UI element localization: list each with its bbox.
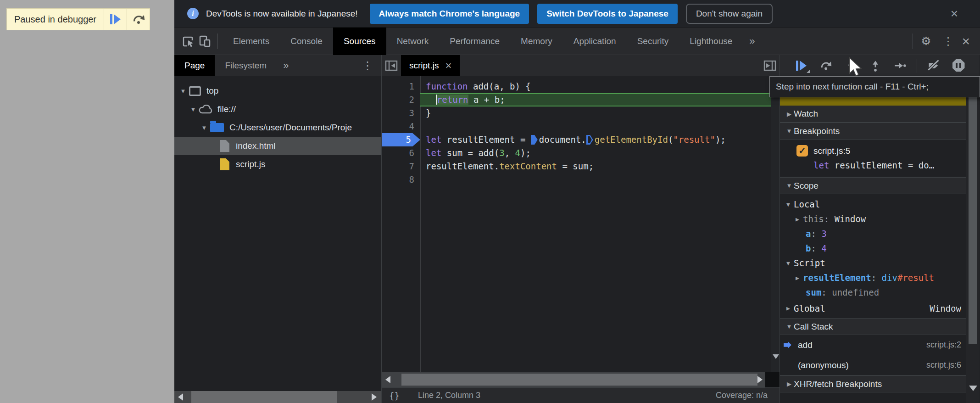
call-stack-frame-add[interactable]: add script.js:2 [780, 335, 966, 355]
tree-item-top[interactable]: ▼ top [174, 82, 381, 100]
tree-item-index-html[interactable]: index.html [174, 137, 381, 155]
scope-var-b[interactable]: b: 4 [780, 241, 966, 256]
pretty-print-button[interactable]: {} [389, 391, 400, 401]
code-line-8[interactable]: 8 [382, 173, 780, 186]
caret-down-icon[interactable]: ▼ [783, 201, 794, 208]
editor-vertical-scrollbar[interactable] [771, 76, 780, 372]
scope-var-this[interactable]: ▶ this: Window [780, 212, 966, 226]
toggle-device-toolbar-button[interactable] [196, 33, 213, 50]
code-line-3[interactable]: 3 } [382, 106, 780, 120]
caret-down-icon[interactable]: ▼ [178, 88, 188, 95]
tab-security[interactable]: Security [627, 28, 679, 55]
section-scope[interactable]: ▼ Scope [780, 177, 966, 194]
hide-navigator-button[interactable] [382, 55, 401, 76]
navigator-tab-filesystem[interactable]: Filesystem [215, 55, 277, 76]
code-line-1[interactable]: 1 function add(a, b) { [382, 80, 780, 93]
navigator-more-tabs-button[interactable]: » [277, 60, 295, 72]
banner-resume-button[interactable] [104, 9, 127, 30]
caret-down-icon[interactable]: ▼ [783, 260, 794, 267]
scroll-down-icon[interactable] [969, 386, 977, 391]
caret-right-icon[interactable]: ▶ [780, 381, 794, 387]
tree-item-script-js[interactable]: script.js [174, 155, 381, 174]
editor-tab-script-js[interactable]: script.js × [401, 55, 460, 76]
dont-show-again-button[interactable]: Don't show again [686, 4, 773, 24]
caret-down-icon[interactable]: ▼ [780, 323, 794, 330]
code-line-4[interactable]: 4 [382, 120, 780, 133]
caret-right-icon[interactable]: ▶ [792, 274, 803, 281]
tab-lighthouse[interactable]: Lighthouse [679, 28, 743, 55]
pause-on-exceptions-button[interactable] [948, 56, 969, 75]
switch-devtools-japanese-button[interactable]: Switch DevTools to Japanese [537, 4, 678, 24]
step-out-button[interactable] [865, 56, 885, 75]
line-number[interactable]: 8 [382, 173, 420, 186]
scope-var-a[interactable]: a: 3 [780, 226, 966, 241]
scroll-left-icon[interactable] [385, 376, 390, 383]
more-tabs-button[interactable]: » [743, 35, 761, 47]
always-match-language-button[interactable]: Always match Chrome's language [370, 4, 529, 24]
step-over-button[interactable] [816, 56, 836, 75]
code-editor[interactable]: 1 function add(a, b) { 2 return a + b; 3… [382, 76, 780, 372]
line-number[interactable]: 1 [382, 80, 420, 93]
line-number[interactable]: 6 [382, 146, 420, 160]
tab-performance[interactable]: Performance [439, 28, 510, 55]
resume-script-button[interactable] [791, 56, 811, 75]
section-breakpoints[interactable]: ▼ Breakpoints [780, 123, 966, 140]
code-line-5-breakpoint[interactable]: 5 let resultElement = document.getElemen… [382, 133, 780, 146]
scrollbar-thumb[interactable] [401, 374, 757, 386]
section-call-stack[interactable]: ▼ Call Stack [780, 318, 966, 335]
caret-down-icon[interactable]: ▼ [780, 182, 794, 189]
scope-script-header[interactable]: ▼ Script [780, 256, 966, 270]
caret-right-icon[interactable]: ▶ [783, 305, 794, 312]
tab-sources[interactable]: Sources [333, 28, 386, 55]
tree-item-file-protocol[interactable]: ▼ file:// [174, 100, 381, 118]
line-number[interactable]: 3 [382, 106, 420, 120]
tab-console[interactable]: Console [280, 28, 333, 55]
caret-right-icon[interactable]: ▶ [780, 111, 794, 118]
close-devtools-button[interactable]: × [962, 34, 970, 48]
scrollbar-thumb[interactable] [969, 97, 977, 344]
caret-down-icon[interactable]: ▼ [199, 124, 209, 131]
navigator-tab-page[interactable]: Page [174, 55, 215, 76]
tree-item-project-folder[interactable]: ▼ C:/Users/user/Documents/Proje [174, 118, 381, 137]
section-watch[interactable]: ▶ Watch [780, 106, 966, 123]
scroll-down-icon[interactable] [773, 354, 779, 359]
sidebar-vertical-scrollbar[interactable] [966, 76, 980, 403]
navigator-horizontal-scrollbar[interactable] [174, 391, 381, 403]
scope-local-header[interactable]: ▼ Local [780, 197, 966, 212]
breakpoint-checkbox[interactable]: ✓ [796, 145, 808, 157]
scroll-left-icon[interactable] [178, 393, 183, 401]
line-number[interactable]: 2 [382, 93, 420, 106]
tab-memory[interactable]: Memory [510, 28, 563, 55]
code-line-7[interactable]: 7 resultElement.textContent = sum; [382, 160, 780, 173]
show-debugger-sidebar-button[interactable] [760, 55, 780, 76]
code-line-2-execution[interactable]: 2 return a + b; [382, 93, 780, 106]
customize-devtools-button[interactable]: ⋮ [934, 35, 962, 48]
tab-network[interactable]: Network [386, 28, 440, 55]
call-stack-frame-anonymous[interactable]: (anonymous) script.js:6 [780, 355, 966, 375]
scope-var-sum[interactable]: sum: undefined [780, 285, 966, 300]
line-number[interactable]: 4 [382, 120, 420, 133]
caret-right-icon[interactable]: ▶ [792, 216, 803, 223]
scroll-right-icon[interactable] [372, 393, 377, 401]
deactivate-breakpoints-button[interactable] [924, 56, 944, 75]
banner-step-over-button[interactable] [127, 9, 150, 30]
editor-tab-close-icon[interactable]: × [445, 60, 451, 71]
settings-button[interactable]: ⚙ [918, 33, 934, 50]
scope-global-header[interactable]: ▶ Global Window [780, 300, 966, 316]
caret-down-icon[interactable]: ▼ [780, 128, 794, 134]
scroll-right-icon[interactable] [757, 376, 763, 383]
editor-horizontal-scrollbar[interactable] [382, 372, 780, 387]
breakpoint-line-number[interactable]: 5 [382, 133, 420, 146]
navigator-menu-button[interactable]: ⋮ [354, 59, 381, 72]
code-line-6[interactable]: 6 let sum = add(3, 4); [382, 146, 780, 160]
breakpoint-entry[interactable]: ✓ script.js:5 let resultElement = do… [780, 140, 966, 177]
line-number[interactable]: 7 [382, 160, 420, 173]
caret-down-icon[interactable]: ▼ [188, 106, 198, 113]
step-button[interactable] [890, 56, 910, 75]
tab-application[interactable]: Application [563, 28, 627, 55]
tab-elements[interactable]: Elements [223, 28, 280, 55]
inspect-element-button[interactable] [180, 33, 196, 50]
infobar-close-icon[interactable]: × [951, 7, 958, 20]
section-xhr-breakpoints[interactable]: ▶ XHR/fetch Breakpoints [780, 375, 966, 392]
scrollbar-thumb[interactable] [191, 391, 337, 403]
